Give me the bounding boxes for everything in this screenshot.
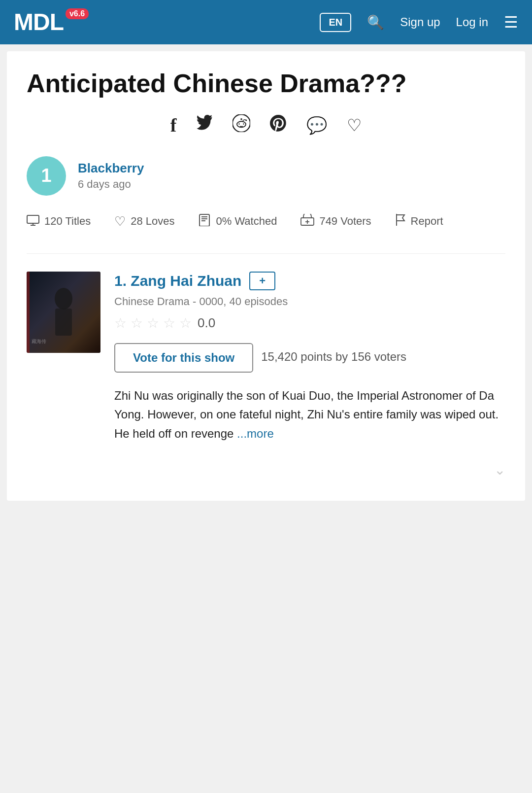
vote-info: 15,420 points by 156 voters [261,343,406,364]
watched-stat[interactable]: 0% Watched [198,213,277,230]
svg-point-18 [55,288,72,310]
loves-count: 28 Loves [131,215,174,228]
show-title-link[interactable]: 1. Zang Hai Zhuan [114,273,241,289]
vote-button[interactable]: Vote for this show [114,343,253,373]
stars-row: ☆ ☆ ☆ ☆ ☆ 0.0 [114,315,505,331]
scroll-down-icon: ⌄ [494,462,505,478]
divider [27,253,505,254]
svg-rect-19 [55,309,72,336]
favorite-heart-icon[interactable]: ♡ [347,115,362,135]
twitter-icon[interactable] [196,115,213,136]
loves-heart-icon: ♡ [114,214,126,229]
voters-stat[interactable]: 749 Voters [300,213,371,230]
svg-point-2 [239,123,240,124]
monitor-icon [27,214,39,229]
author-row: 1 Blackberry 6 days ago [27,156,505,196]
more-link[interactable]: ...more [237,427,274,440]
language-button[interactable]: EN [320,13,351,32]
author-info: Blackberry 6 days ago [78,161,144,191]
pinterest-icon[interactable] [270,115,287,136]
show-entry: 藏海传 1. Zang Hai Zhuan + Chinese Drama - … [27,272,505,443]
svg-point-5 [241,118,243,120]
svg-point-3 [243,123,244,124]
logo-area: MDL v6.6 [14,10,89,34]
svg-point-0 [233,114,250,132]
facebook-icon[interactable]: f [170,114,177,136]
watched-icon [198,213,211,230]
author-time: 6 days ago [78,178,144,191]
site-header: MDL v6.6 EN 🔍 Sign up Log in ☰ [0,0,532,44]
author-avatar: 1 [27,156,66,196]
titles-count: 120 Titles [44,215,91,228]
report-stat[interactable]: Report [395,213,443,230]
author-name[interactable]: Blackberry [78,161,144,176]
show-thumbnail[interactable]: 藏海传 [27,272,100,353]
main-card: Anticipated Chinese Drama??? f 💬 ♡ 1 Bla… [7,51,525,501]
login-link[interactable]: Log in [456,15,488,29]
search-icon[interactable]: 🔍 [367,14,384,31]
show-title: Zang Hai Zhuan [131,273,241,289]
show-rank: 1. [114,273,131,289]
report-flag-icon [395,213,406,230]
header-nav: EN 🔍 Sign up Log in ☰ [320,13,518,32]
voters-count: 749 Voters [319,215,371,228]
description-text: Zhi Nu was originally the son of Kuai Du… [114,389,499,440]
rating-number: 0.0 [198,315,215,331]
scroll-hint: ⌄ [27,457,505,483]
show-details: 1. Zang Hai Zhuan + Chinese Drama - 0000… [114,272,505,443]
page-title: Anticipated Chinese Drama??? [27,69,505,99]
chat-icon[interactable]: 💬 [306,115,327,135]
vote-section: Vote for this show 15,420 points by 156 … [114,343,505,373]
star-2-icon: ☆ [131,315,143,331]
avatar-number: 1 [41,165,51,186]
hamburger-menu-icon[interactable]: ☰ [504,13,518,32]
watched-count: 0% Watched [216,215,277,228]
show-meta: Chinese Drama - 0000, 40 episodes [114,295,505,308]
show-description: Zhi Nu was originally the son of Kuai Du… [114,386,505,443]
titles-stat[interactable]: 120 Titles [27,213,91,230]
star-3-icon: ☆ [147,315,159,331]
signup-link[interactable]: Sign up [400,15,440,29]
loves-stat[interactable]: ♡ 28 Loves [114,213,174,230]
logo-text[interactable]: MDL [14,10,64,34]
version-badge: v6.6 [66,8,89,19]
show-title-row: 1. Zang Hai Zhuan + [114,272,505,290]
reddit-icon[interactable] [233,114,250,137]
voters-icon [300,214,314,229]
report-label: Report [411,215,443,228]
svg-rect-21 [27,272,30,353]
add-show-button[interactable]: + [249,272,275,290]
show-image: 藏海传 [27,272,100,353]
star-4-icon: ☆ [163,315,175,331]
stats-row: 120 Titles ♡ 28 Loves 0% Watched 749 Vot… [27,213,505,230]
star-5-icon: ☆ [179,315,192,331]
svg-text:藏海传: 藏海传 [32,339,46,344]
svg-rect-6 [27,215,39,223]
social-bar: f 💬 ♡ [27,114,505,137]
star-1-icon: ☆ [114,315,127,331]
